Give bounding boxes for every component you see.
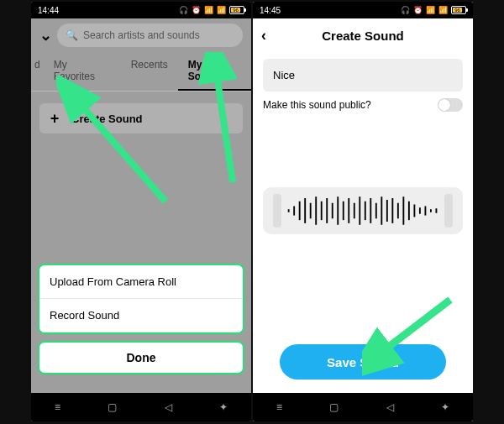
save-sound-button[interactable]: Save Sound [280, 344, 446, 380]
waveform[interactable] [263, 187, 463, 234]
search-icon: 🔍 [66, 29, 78, 41]
battery-icon: 96 [229, 6, 244, 14]
nav-accessibility-icon[interactable]: ✦ [219, 401, 228, 413]
status-time: 14:44 [38, 6, 59, 15]
nav-bar: ≡ ▢ ◁ ✦ [31, 393, 251, 421]
tab-recents[interactable]: Recents [121, 52, 178, 91]
right-screen: 14:45 🎧⏰📶📶 96 ‹ Create Sound Nice Make t… [253, 2, 473, 421]
status-bar: 14:44 🎧⏰📶📶 96 [31, 2, 251, 18]
create-sound-label: Create Sound [71, 113, 143, 125]
nav-bar: ≡ ▢ ◁ ✦ [253, 393, 473, 421]
search-placeholder: Search artists and sounds [83, 29, 200, 41]
nav-accessibility-icon[interactable]: ✦ [441, 401, 449, 413]
tab-featured-cut[interactable]: d [31, 52, 44, 91]
tab-favorites[interactable]: My Favorites [44, 52, 121, 91]
status-bar: 14:45 🎧⏰📶📶 96 [253, 2, 473, 18]
sheet-item-record[interactable]: Record Sound [39, 299, 243, 332]
sheet-item-upload[interactable]: Upload From Camera Roll [39, 265, 243, 299]
battery-icon: 96 [451, 6, 466, 14]
tabs: d My Favorites Recents My Sounds [31, 52, 251, 92]
left-screen: 14:44 🎧⏰📶📶 96 ⌄ 🔍 Search artists and sou… [31, 2, 251, 421]
nav-recent-icon[interactable]: ≡ [55, 401, 60, 413]
chevron-down-icon[interactable]: ⌄ [39, 26, 52, 44]
waveform-icon [285, 193, 441, 228]
sound-name-input[interactable]: Nice [263, 59, 463, 92]
public-toggle[interactable] [438, 98, 463, 112]
nav-home-icon[interactable]: ▢ [329, 401, 339, 413]
nav-back-icon[interactable]: ◁ [386, 401, 394, 413]
create-sound-button[interactable]: + Create Sound [39, 103, 243, 133]
trim-handle-right[interactable] [444, 194, 453, 228]
tab-my-sounds[interactable]: My Sounds [178, 52, 251, 91]
action-sheet: Upload From Camera Roll Record Sound Don… [38, 264, 244, 374]
nav-back-icon[interactable]: ◁ [165, 401, 172, 413]
sheet-done-button[interactable]: Done [38, 341, 244, 374]
back-icon[interactable]: ‹ [261, 27, 266, 44]
status-time: 14:45 [260, 6, 281, 15]
plus-icon: + [48, 110, 61, 128]
page-title: Create Sound [322, 29, 404, 43]
public-label: Make this sound public? [263, 99, 371, 111]
search-input[interactable]: 🔍 Search artists and sounds [57, 24, 243, 47]
nav-recent-icon[interactable]: ≡ [276, 401, 282, 413]
annotation-arrow [56, 76, 182, 210]
trim-handle-left[interactable] [273, 194, 281, 228]
nav-home-icon[interactable]: ▢ [108, 401, 117, 413]
status-icons: 🎧⏰📶📶 96 [179, 6, 244, 14]
status-icons: 🎧⏰📶📶 96 [401, 6, 466, 14]
